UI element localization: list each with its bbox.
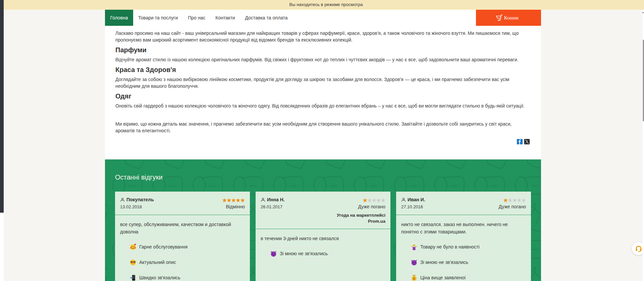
svg-text:$: $	[413, 277, 415, 280]
